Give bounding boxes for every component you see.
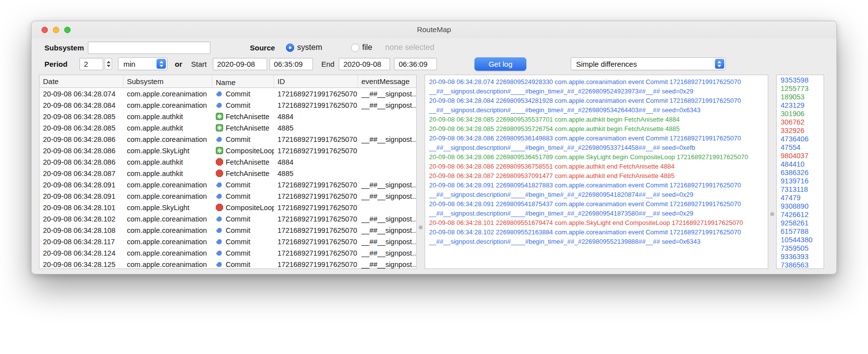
- event-spiral-icon: [216, 135, 223, 143]
- duration-value: 189053: [781, 93, 824, 101]
- table-row[interactable]: 20-09-08 06:34:28.074com.apple.coreanima…: [39, 88, 416, 99]
- table-row[interactable]: 20-09-08 06:34:28.086com.apple.authkitFe…: [39, 156, 416, 168]
- cell-subsystem: com.apple.coreanimation: [123, 215, 212, 223]
- table-row[interactable]: 20-09-08 06:34:28.091com.apple.coreanima…: [39, 179, 416, 190]
- titlebar[interactable]: RouteMap: [32, 21, 836, 38]
- table-row[interactable]: 20-09-08 06:34:28.087com.apple.authkitFe…: [39, 168, 416, 179]
- log-entry: 20-09-08 06:34:28.101 2269809551679474 c…: [429, 218, 764, 227]
- cell-name-text: Commit: [226, 215, 250, 223]
- source-system-label: system: [297, 43, 322, 52]
- table-row[interactable]: 20-09-08 06:34:28.085com.apple.authkitFe…: [39, 122, 416, 133]
- subsystem-label: Subsystem: [44, 44, 88, 52]
- cell-id: 17216892719917625070: [274, 135, 358, 143]
- column-header-id[interactable]: ID: [274, 75, 358, 88]
- cell-name: FetchAnisette: [212, 124, 274, 132]
- duration-value: 332926: [781, 127, 824, 135]
- table-row[interactable]: 20-09-08 06:34:28.085com.apple.authkitFe…: [39, 111, 416, 122]
- cell-name: Commit: [212, 135, 274, 143]
- cell-id: 4885: [274, 170, 358, 177]
- cell-subsystem: com.apple.coreanimation: [123, 101, 212, 109]
- end-octagon-icon: [216, 204, 223, 211]
- cell-name: Commit: [212, 215, 274, 223]
- table-row[interactable]: 20-09-08 06:34:28.086com.apple.SkyLightC…: [39, 145, 416, 156]
- log-entry: __##__signpost.description#____#begin_ti…: [429, 143, 764, 152]
- cell-subsystem: com.apple.authkit: [123, 158, 212, 166]
- table-row[interactable]: 20-09-08 06:34:28.091com.apple.coreanima…: [39, 190, 416, 202]
- log-entry: 20-09-08 06:34:28.085 2269809535537701 c…: [429, 115, 764, 124]
- end-date-input[interactable]: [339, 58, 390, 70]
- column-header-name[interactable]: Name: [212, 75, 274, 88]
- cell-eventmessage: __##__signpost...: [358, 192, 416, 200]
- cell-name: Commit: [212, 181, 274, 189]
- cell-eventmessage: __##__signpost...: [358, 135, 416, 143]
- duration-value: 6157788: [781, 227, 824, 236]
- period-unit-select[interactable]: min: [118, 57, 167, 70]
- table-row[interactable]: 20-09-08 06:34:28.084com.apple.coreanima…: [39, 99, 416, 111]
- scrollbar-thumb[interactable]: [419, 225, 423, 229]
- cell-id: 17216892719917625070: [274, 226, 358, 234]
- table-row[interactable]: 20-09-08 06:34:28.101com.apple.SkyLightC…: [39, 202, 416, 213]
- end-time-input[interactable]: [394, 58, 437, 70]
- duration-value: 9353598: [781, 76, 824, 85]
- duration-value: 306762: [781, 118, 824, 127]
- end-label: End: [321, 60, 335, 68]
- duration-value: 9308890: [781, 202, 824, 211]
- zoom-button[interactable]: [64, 27, 71, 33]
- toolbar-row-2: Period min or Start End Get log Simple d…: [32, 57, 836, 70]
- close-button[interactable]: [41, 27, 48, 33]
- log-entry: __##__signpost.description#____#begin_ti…: [429, 190, 764, 199]
- duration-value: 423129: [781, 101, 824, 110]
- start-time-input[interactable]: [270, 58, 313, 70]
- durations-pane[interactable]: 9353598125577318905342312930190630676233…: [776, 75, 824, 269]
- event-spiral-icon: [216, 249, 223, 257]
- cell-name-text: Commit: [226, 261, 250, 268]
- period-input[interactable]: [79, 58, 103, 70]
- cell-eventmessage: __##__signpost...: [358, 181, 416, 189]
- event-spiral-icon: [216, 238, 223, 245]
- minimize-button[interactable]: [53, 27, 59, 33]
- log-entry: 20-09-08 06:34:28.091 2269809541875437 c…: [429, 199, 764, 209]
- table-row[interactable]: 20-09-08 06:34:28.124com.apple.coreanima…: [39, 247, 416, 259]
- table-row[interactable]: 20-09-08 06:34:28.117com.apple.coreanima…: [39, 236, 416, 247]
- duration-value: 6386326: [781, 169, 824, 177]
- duration-value: 10544380: [781, 236, 824, 244]
- cell-name: Commit: [212, 192, 274, 200]
- source-system-radio[interactable]: [286, 44, 294, 52]
- cell-name: Commit: [212, 226, 274, 234]
- cell-subsystem: com.apple.authkit: [123, 170, 212, 177]
- cell-date: 20-09-08 06:34:28.074: [39, 90, 123, 98]
- column-header-date[interactable]: Date: [39, 75, 123, 88]
- cell-eventmessage: __##__signpost...: [358, 215, 416, 223]
- log-entry: 20-09-08 06:34:28.087 2269809537091477 c…: [429, 171, 764, 180]
- cell-date: 20-09-08 06:34:28.085: [39, 124, 123, 132]
- duration-value: 47479: [781, 194, 824, 202]
- source-file-radio[interactable]: [351, 44, 359, 52]
- column-header-subsystem[interactable]: Subsystem: [123, 75, 212, 88]
- log-output-pane[interactable]: 20-09-08 06:34:28.074 2269809524928330 c…: [425, 75, 768, 269]
- diff-mode-value: Simple differences: [576, 60, 637, 68]
- table-row[interactable]: 20-09-08 06:34:28.125com.apple.coreanima…: [39, 259, 416, 268]
- table-row[interactable]: 20-09-08 06:34:28.108com.apple.coreanima…: [39, 224, 416, 236]
- cell-name-text: FetchAnisette: [226, 170, 270, 177]
- begin-asterisk-icon: [216, 147, 223, 154]
- period-stepper[interactable]: [105, 58, 112, 70]
- cell-id: 4884: [274, 113, 358, 121]
- cell-date: 20-09-08 06:34:28.124: [39, 249, 123, 257]
- table-row[interactable]: 20-09-08 06:34:28.102com.apple.coreanima…: [39, 213, 416, 224]
- log-durations-divider: [768, 75, 776, 269]
- end-octagon-icon: [216, 158, 223, 166]
- subsystem-input[interactable]: [88, 42, 210, 54]
- scrollbar-thumb[interactable]: [770, 212, 774, 216]
- main-content: Date Subsystem Name ID eventMessage 20-0…: [39, 75, 836, 269]
- or-label: or: [175, 60, 182, 68]
- table-log-divider: [417, 75, 425, 269]
- column-header-eventmessage[interactable]: eventMessage: [358, 75, 416, 88]
- start-date-input[interactable]: [213, 58, 267, 70]
- log-entry: __##__signpost.description#____#begin_ti…: [429, 209, 764, 218]
- duration-value: 484410: [781, 160, 824, 169]
- file-status-text: none selected: [385, 43, 434, 52]
- cell-subsystem: com.apple.coreanimation: [123, 90, 212, 98]
- diff-mode-select[interactable]: Simple differences: [571, 57, 726, 70]
- table-row[interactable]: 20-09-08 06:34:28.086com.apple.coreanima…: [39, 133, 416, 145]
- get-log-button[interactable]: Get log: [474, 57, 526, 71]
